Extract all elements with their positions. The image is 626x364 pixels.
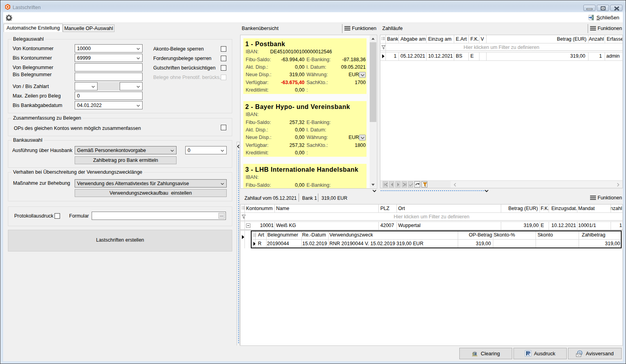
svg-text:€: € (473, 353, 474, 355)
